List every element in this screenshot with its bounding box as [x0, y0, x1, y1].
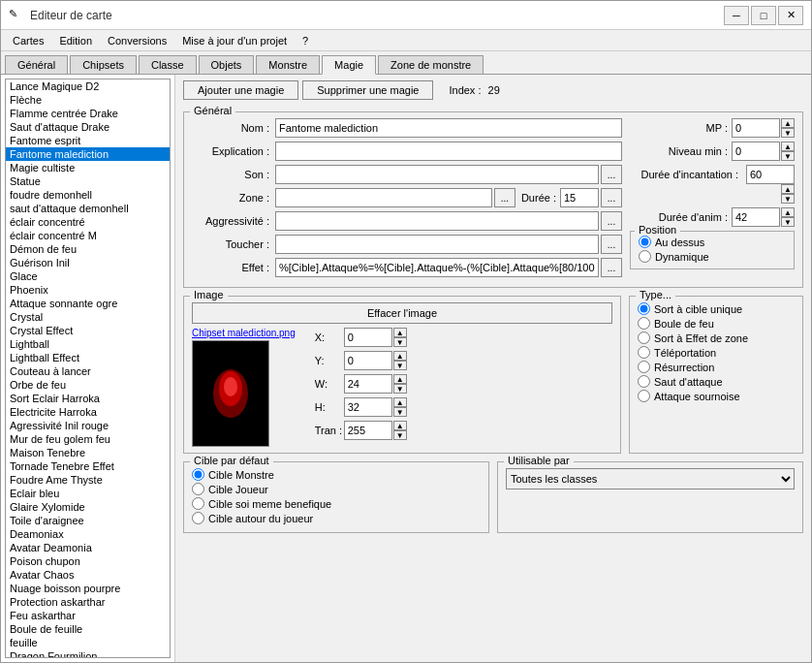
type-resurrection-radio[interactable] [638, 361, 650, 373]
list-item[interactable]: Glaire Xylomide [6, 500, 170, 514]
list-item[interactable]: Flamme centrée Drake [6, 107, 170, 120]
list-item[interactable]: Electricite Harroka [6, 405, 170, 419]
list-item[interactable]: Deamoniax [6, 527, 170, 541]
mp-spinner-down[interactable]: ▼ [781, 128, 795, 138]
effet-browse-button[interactable]: ... [601, 258, 622, 277]
list-item[interactable]: Couteau à lancer [6, 364, 170, 378]
mp-spinner-up[interactable]: ▲ [781, 118, 795, 128]
effet-input[interactable] [275, 258, 599, 277]
list-item[interactable]: Poison chupon [6, 554, 170, 568]
delete-magic-button[interactable]: Supprimer une magie [302, 80, 433, 100]
add-magic-button[interactable]: Ajouter une magie [183, 80, 298, 100]
duree-anim-spinner-up[interactable]: ▲ [781, 207, 795, 217]
cible-soi-meme-radio[interactable] [192, 497, 204, 510]
list-item-selected[interactable]: Fantome malediction [6, 147, 170, 161]
mp-input[interactable] [732, 118, 780, 138]
list-item[interactable]: Eclair bleu [6, 487, 170, 500]
list-item[interactable]: Toile d'araignee [6, 514, 170, 527]
list-item[interactable]: Démon de feu [6, 242, 170, 256]
tab-objets[interactable]: Objets [199, 55, 255, 74]
list-item[interactable]: saut d'attaque demonhell [6, 202, 170, 215]
duree-incantation-input[interactable] [746, 165, 795, 184]
niveau-min-input[interactable] [732, 142, 780, 161]
type-saut-attaque-radio[interactable] [638, 375, 650, 388]
clear-image-button[interactable]: Effacer l'image [192, 302, 612, 324]
x-spinner-down[interactable]: ▼ [393, 337, 407, 347]
list-item[interactable]: Dragon Fourmilion [6, 649, 170, 658]
y-spinner-down[interactable]: ▼ [393, 361, 407, 370]
utilisable-select[interactable]: Toutes les classes [506, 468, 795, 489]
list-item[interactable]: Glace [6, 269, 170, 283]
list-item[interactable]: Orbe de feu [6, 378, 170, 392]
duree-input[interactable] [560, 188, 599, 207]
close-button[interactable]: ✕ [778, 6, 803, 25]
list-item[interactable]: éclair concentré M [6, 229, 170, 242]
toucher-input[interactable] [275, 235, 599, 254]
tab-classe[interactable]: Classe [139, 55, 197, 74]
list-item[interactable]: Statue [6, 174, 170, 188]
list-item[interactable]: Magie cultiste [6, 161, 170, 174]
x-input[interactable] [344, 328, 392, 347]
list-item[interactable]: Avatar Deamonia [6, 541, 170, 554]
menu-conversions[interactable]: Conversions [100, 33, 174, 48]
magic-list[interactable]: Lance Magique D2 Flèche Flamme centrée D… [5, 79, 171, 658]
type-sort-effet-zone-radio[interactable] [638, 332, 650, 344]
menu-edition[interactable]: Edition [51, 33, 100, 48]
menu-mise-a-jour[interactable]: Mise à jour d'un projet [174, 33, 295, 48]
zone-input[interactable] [275, 188, 492, 207]
tran-input[interactable] [344, 421, 392, 440]
w-spinner-down[interactable]: ▼ [393, 384, 407, 394]
tab-monstre[interactable]: Monstre [256, 55, 320, 74]
list-item[interactable]: Agressivité Inil rouge [6, 419, 170, 432]
position-dynamique-radio[interactable] [639, 250, 651, 263]
cible-monstre-radio[interactable] [192, 468, 204, 481]
tran-spinner-down[interactable]: ▼ [393, 430, 407, 440]
duree-browse-button[interactable]: ... [601, 188, 622, 207]
tab-magie[interactable]: Magie [322, 55, 376, 75]
list-item[interactable]: Attaque sonnante ogre [6, 297, 170, 310]
cible-autour-joueur-radio[interactable] [192, 512, 204, 524]
list-item[interactable]: Protection askarthar [6, 595, 170, 609]
duree-anim-spinner-down[interactable]: ▼ [781, 217, 795, 227]
agressivite-input[interactable] [275, 211, 599, 231]
menu-cartes[interactable]: Cartes [5, 33, 51, 48]
list-item[interactable]: Foudre Ame Thyste [6, 473, 170, 487]
duree-incantation-spinner-down[interactable]: ▼ [781, 194, 795, 204]
list-item[interactable]: Boule de feuille [6, 622, 170, 636]
x-spinner-up[interactable]: ▲ [393, 328, 407, 337]
list-item[interactable]: Feu askarthar [6, 609, 170, 622]
list-item[interactable]: foudre demonhell [6, 188, 170, 202]
type-teleportation-radio[interactable] [638, 346, 650, 359]
list-item[interactable]: Crystal [6, 310, 170, 324]
list-item[interactable]: Lightball [6, 337, 170, 351]
agressivite-browse-button[interactable]: ... [601, 211, 622, 231]
list-item[interactable]: Lance Magique D2 [6, 79, 170, 93]
zone-browse-button[interactable]: ... [494, 188, 515, 207]
list-item[interactable]: Saut d'attaque Drake [6, 120, 170, 134]
type-boule-feu-radio[interactable] [638, 317, 650, 330]
nom-input[interactable] [275, 118, 622, 138]
type-sort-cible-unique-radio[interactable] [638, 302, 650, 315]
h-input[interactable] [344, 397, 392, 417]
image-filename[interactable]: Chipset malediction.png [192, 328, 296, 338]
list-item[interactable]: feuille [6, 636, 170, 649]
list-item[interactable]: Nuage boisson pourpre [6, 582, 170, 595]
niveau-min-spinner-down[interactable]: ▼ [781, 151, 795, 161]
h-spinner-up[interactable]: ▲ [393, 397, 407, 407]
toucher-browse-button[interactable]: ... [601, 235, 622, 254]
w-input[interactable] [344, 374, 392, 394]
list-item[interactable]: éclair concentré [6, 215, 170, 229]
tab-chipsets[interactable]: Chipsets [70, 55, 137, 74]
explication-input[interactable] [275, 142, 622, 161]
y-spinner-up[interactable]: ▲ [393, 351, 407, 361]
y-input[interactable] [344, 351, 392, 370]
position-au-dessus-radio[interactable] [639, 236, 651, 248]
tran-spinner-up[interactable]: ▲ [393, 421, 407, 430]
list-item[interactable]: Flèche [6, 93, 170, 107]
list-item[interactable]: Lightball Effect [6, 351, 170, 364]
w-spinner-up[interactable]: ▲ [393, 374, 407, 384]
list-item[interactable]: Sort Eclair Harroka [6, 392, 170, 405]
h-spinner-down[interactable]: ▼ [393, 407, 407, 417]
list-item[interactable]: Fantome esprit [6, 134, 170, 147]
tab-general[interactable]: Général [5, 55, 68, 74]
